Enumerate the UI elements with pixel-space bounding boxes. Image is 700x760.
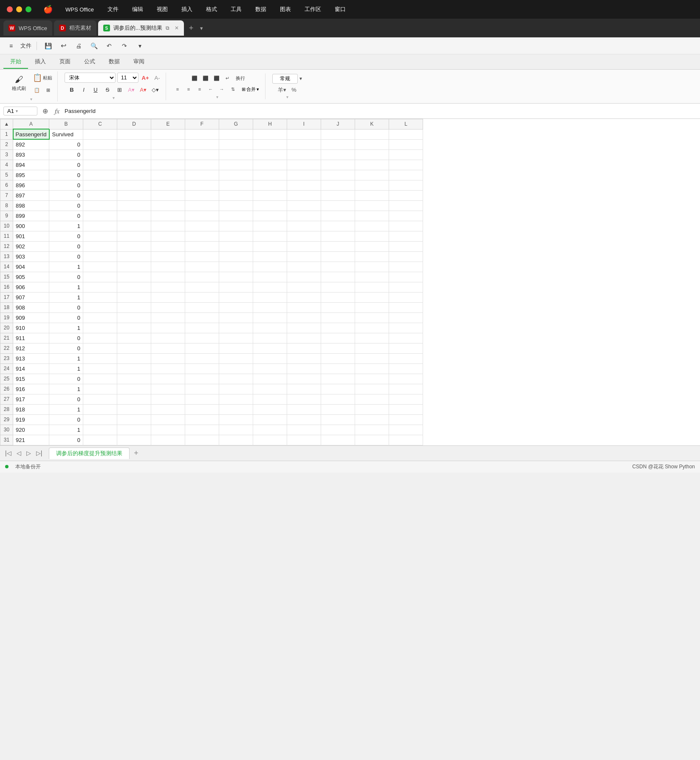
menu-data[interactable]: 数据	[253, 5, 269, 14]
cell-A20[interactable]: 910	[13, 323, 49, 333]
corner-header[interactable]: ▲	[0, 119, 13, 129]
cell-C11[interactable]	[83, 231, 117, 241]
cell-L7[interactable]	[389, 190, 423, 200]
cell-J31[interactable]	[321, 435, 355, 445]
cell-A27[interactable]: 917	[13, 394, 49, 404]
cell-B3[interactable]: 0	[49, 149, 83, 160]
cell-A12[interactable]: 902	[13, 241, 49, 251]
cell-F2[interactable]	[185, 139, 219, 149]
cell-F22[interactable]	[185, 343, 219, 353]
cell-A9[interactable]: 899	[13, 211, 49, 221]
cell-C2[interactable]	[83, 139, 117, 149]
cell-B6[interactable]: 0	[49, 180, 83, 190]
row-header[interactable]: 18	[0, 302, 13, 312]
bold-button[interactable]: B	[67, 84, 77, 95]
cell-F5[interactable]	[185, 170, 219, 180]
cell-J19[interactable]	[321, 312, 355, 323]
cell-K16[interactable]	[355, 282, 389, 292]
row-header[interactable]: 13	[0, 251, 13, 262]
cell-C3[interactable]	[83, 149, 117, 160]
cell-H29[interactable]	[253, 414, 287, 425]
cell-I9[interactable]	[287, 211, 321, 221]
cell-F10[interactable]	[185, 221, 219, 231]
cell-K29[interactable]	[355, 414, 389, 425]
row-header[interactable]: 17	[0, 292, 13, 302]
cell-B14[interactable]: 1	[49, 262, 83, 272]
cell-C27[interactable]	[83, 394, 117, 404]
cell-K13[interactable]	[355, 251, 389, 262]
row-header[interactable]: 21	[0, 333, 13, 343]
cell-L8[interactable]	[389, 200, 423, 211]
col-header-D[interactable]: D	[117, 119, 151, 129]
clipboard-expand[interactable]: ▾	[30, 96, 32, 101]
cell-B30[interactable]: 1	[49, 425, 83, 435]
row-header[interactable]: 5	[0, 170, 13, 180]
font-family-select[interactable]: 宋体	[65, 73, 116, 83]
cell-G20[interactable]	[219, 323, 253, 333]
col-header-G[interactable]: G	[219, 119, 253, 129]
cell-K23[interactable]	[355, 353, 389, 363]
cell-B27[interactable]: 0	[49, 394, 83, 404]
cell-A13[interactable]: 903	[13, 251, 49, 262]
cell-L13[interactable]	[389, 251, 423, 262]
cell-D6[interactable]	[117, 180, 151, 190]
cell-L3[interactable]	[389, 149, 423, 160]
cell-G31[interactable]	[219, 435, 253, 445]
cell-K12[interactable]	[355, 241, 389, 251]
cell-J22[interactable]	[321, 343, 355, 353]
cell-C12[interactable]	[83, 241, 117, 251]
cell-J8[interactable]	[321, 200, 355, 211]
cell-I2[interactable]	[287, 139, 321, 149]
cell-B17[interactable]: 1	[49, 292, 83, 302]
row-header[interactable]: 9	[0, 211, 13, 221]
number-format-display[interactable]: 常规	[272, 74, 298, 84]
cell-I6[interactable]	[287, 180, 321, 190]
align-right-button[interactable]: ≡	[195, 84, 204, 94]
cell-D21[interactable]	[117, 333, 151, 343]
cell-C1[interactable]	[83, 129, 117, 139]
cell-A22[interactable]: 912	[13, 343, 49, 353]
cell-H10[interactable]	[253, 221, 287, 231]
cell-B5[interactable]: 0	[49, 170, 83, 180]
col-header-A[interactable]: A	[13, 119, 49, 129]
cell-H25[interactable]	[253, 374, 287, 384]
cell-H16[interactable]	[253, 282, 287, 292]
maximize-button[interactable]	[25, 6, 31, 12]
number-group-expand[interactable]: ▾	[286, 95, 288, 99]
row-header[interactable]: 1	[0, 129, 13, 139]
cell-D2[interactable]	[117, 139, 151, 149]
cell-E26[interactable]	[151, 384, 185, 394]
cell-reference-box[interactable]: A1 ▾	[3, 107, 37, 115]
clear-button[interactable]: ◇▾	[150, 84, 160, 95]
row-header[interactable]: 28	[0, 404, 13, 414]
row-header[interactable]: 11	[0, 231, 13, 241]
cell-J6[interactable]	[321, 180, 355, 190]
sheet-grid[interactable]: ▲ A B C D E F G H I J K L 1PassengerIdSu…	[0, 119, 700, 445]
tab-insert[interactable]: 插入	[28, 55, 53, 69]
cell-J7[interactable]	[321, 190, 355, 200]
cell-B24[interactable]: 1	[49, 363, 83, 374]
row-header[interactable]: 25	[0, 374, 13, 384]
cell-I1[interactable]	[287, 129, 321, 139]
cell-I3[interactable]	[287, 149, 321, 160]
cell-E8[interactable]	[151, 200, 185, 211]
row-header[interactable]: 12	[0, 241, 13, 251]
align-top-center-button[interactable]: ⬛	[201, 73, 210, 83]
cell-L21[interactable]	[389, 333, 423, 343]
cell-G13[interactable]	[219, 251, 253, 262]
menu-format[interactable]: 格式	[203, 5, 220, 14]
menu-window[interactable]: 窗口	[332, 5, 348, 14]
print-button[interactable]: 🖨	[73, 40, 85, 52]
tab-options-icon[interactable]: ▾	[198, 25, 205, 31]
cell-H7[interactable]	[253, 190, 287, 200]
cell-F28[interactable]	[185, 404, 219, 414]
cell-C6[interactable]	[83, 180, 117, 190]
row-header[interactable]: 2	[0, 139, 13, 149]
menu-appname[interactable]: WPS Office	[63, 6, 96, 14]
col-header-H[interactable]: H	[253, 119, 287, 129]
cell-I25[interactable]	[287, 374, 321, 384]
cell-H26[interactable]	[253, 384, 287, 394]
cell-A17[interactable]: 907	[13, 292, 49, 302]
cell-I27[interactable]	[287, 394, 321, 404]
cell-G30[interactable]	[219, 425, 253, 435]
